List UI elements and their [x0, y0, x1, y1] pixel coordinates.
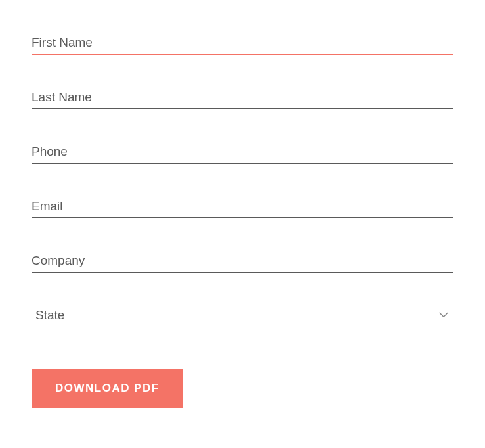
phone-field-wrapper [32, 141, 453, 164]
first-name-field-wrapper [32, 32, 453, 55]
phone-input[interactable] [32, 141, 453, 164]
email-input[interactable] [32, 195, 453, 218]
company-field-wrapper [32, 250, 453, 273]
last-name-input[interactable] [32, 86, 453, 109]
state-field-wrapper: State [32, 304, 453, 326]
form-container: State DOWNLOAD PDF [32, 32, 453, 408]
last-name-field-wrapper [32, 86, 453, 109]
state-select[interactable]: State [32, 304, 453, 326]
state-select-wrapper: State [32, 304, 453, 326]
first-name-input[interactable] [32, 32, 453, 55]
company-input[interactable] [32, 250, 453, 273]
email-field-wrapper [32, 195, 453, 218]
download-pdf-button[interactable]: DOWNLOAD PDF [32, 369, 183, 408]
